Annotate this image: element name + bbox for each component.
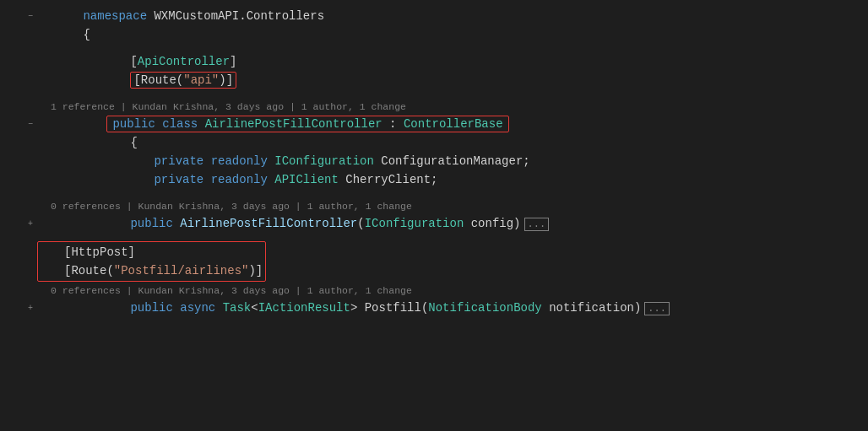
collapse-constructor[interactable]: + — [24, 219, 37, 229]
httppost-route-box: [HttpPost] [Route("Postfill/airlines")] — [37, 241, 266, 282]
line-postfill-method: + public async Task<IActionResult> Postf… — [0, 299, 868, 317]
collapsed-indicator: ... — [524, 218, 550, 231]
collapse-namespace[interactable]: − — [24, 12, 37, 21]
line-private-cherry: private readonly APIClient CherryClient; — [0, 170, 868, 189]
line-httppost: [HttpPost] — [41, 243, 263, 261]
collapse-class[interactable]: − — [24, 120, 37, 129]
code-editor: − namespace WXMCustomAPI.Controllers { [… — [0, 0, 868, 431]
line-route-postfill: [Route("Postfill/airlines")] — [41, 261, 263, 280]
code-route-api: [Route("api")] — [37, 58, 868, 102]
line-constructor: + public AirlinePostFillController(IConf… — [0, 214, 868, 233]
route-api-box: [Route("api")] — [130, 72, 236, 89]
code-private-cherry: private readonly APIClient CherryClient; — [37, 159, 868, 200]
line-route-api: [Route("api")] — [0, 71, 868, 89]
collapse-postfill[interactable]: + — [24, 304, 37, 313]
collapsed-indicator-2: ... — [644, 302, 670, 315]
code-postfill-method: public async Task<IActionResult> Postfil… — [37, 288, 868, 328]
code-constructor: public AirlinePostFillController(IConfig… — [37, 203, 868, 244]
httppost-route-block: [HttpPost] [Route("Postfill/airlines")] — [37, 241, 868, 282]
